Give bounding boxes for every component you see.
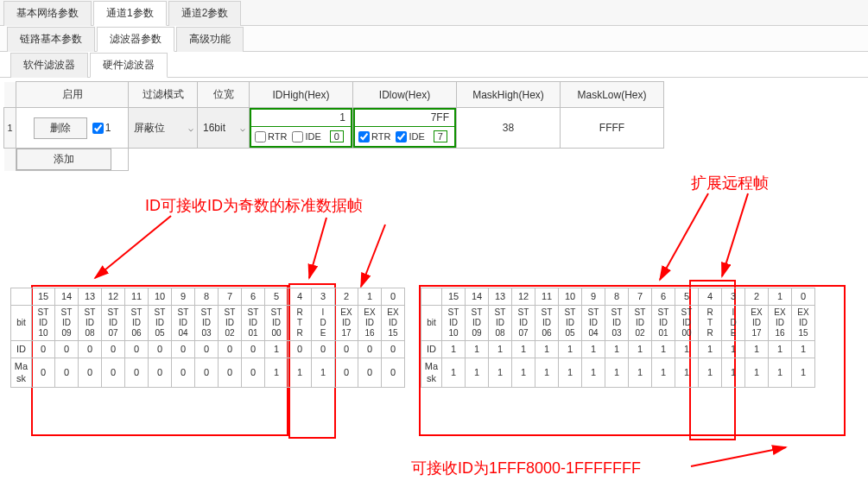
svg-line-4 — [722, 193, 748, 276]
bit-mask-value: 1 — [312, 358, 335, 387]
bit-number: 1 — [358, 288, 382, 306]
bit-mask-value: 1 — [582, 358, 605, 387]
bit-number: 6 — [652, 288, 675, 306]
bit-id-value: 0 — [172, 341, 195, 358]
bit-label: RTR — [699, 306, 722, 341]
tabs-inner: 软件滤波器 硬件滤波器 — [0, 52, 868, 78]
bit-id-value: 1 — [466, 341, 489, 358]
bit-number: 3 — [722, 288, 745, 306]
bit-number: 15 — [442, 288, 466, 306]
maskhigh-value[interactable]: 38 — [457, 108, 561, 149]
idlow-rtr-checkbox[interactable] — [358, 131, 370, 142]
bit-id-value: 1 — [535, 341, 559, 358]
bit-label: EXID16 — [358, 306, 382, 341]
bit-id-value: 0 — [382, 341, 405, 358]
bit-label: STID10 — [442, 306, 466, 341]
idhigh-ide-checkbox[interactable] — [292, 131, 303, 142]
bit-label: EXID17 — [335, 306, 358, 341]
bit-table-left: 1514131211109876543210bitSTID10STID09STI… — [10, 288, 405, 388]
tab-advanced[interactable]: 高级功能 — [176, 27, 244, 52]
bit-number: 0 — [792, 288, 815, 306]
bit-number: 2 — [745, 288, 769, 306]
bit-label: RTR — [288, 306, 312, 341]
bit-table-right: 1514131211109876543210bitSTID10STID09STI… — [421, 288, 815, 388]
rowlabel-bit: bit — [421, 306, 442, 341]
tab-channel2[interactable]: 通道2参数 — [168, 1, 242, 26]
col-maskhigh: MaskHigh(Hex) — [457, 82, 561, 108]
idhigh-mini[interactable]: 0 — [330, 130, 344, 142]
enable-checkbox-label: 1 — [105, 122, 111, 134]
bit-mask-value: 0 — [242, 358, 265, 387]
idlow-value[interactable]: 7FF — [355, 110, 454, 127]
bit-tables: 1514131211109876543210bitSTID10STID09STI… — [0, 288, 868, 388]
bit-id-value: 0 — [358, 341, 382, 358]
bit-mask-value: 0 — [102, 358, 125, 387]
bit-mask-value: 1 — [675, 358, 699, 387]
bit-id-value: 0 — [79, 341, 102, 358]
bit-mask-value: 0 — [172, 358, 195, 387]
bit-number: 14 — [55, 288, 79, 306]
idhigh-value[interactable]: 1 — [251, 110, 351, 127]
bit-label: STID09 — [55, 306, 79, 341]
bit-id-value: 1 — [559, 341, 582, 358]
tab-soft-filter[interactable]: 软件滤波器 — [10, 53, 88, 78]
bit-label: STID03 — [605, 306, 629, 341]
bit-id-value: 0 — [288, 341, 312, 358]
enable-checkbox[interactable] — [92, 123, 104, 134]
mode-value: 屏蔽位 — [134, 121, 165, 136]
bit-id-value: 1 — [605, 341, 629, 358]
idlow-ide-checkbox[interactable] — [396, 131, 407, 142]
bit-label: EXID17 — [745, 306, 769, 341]
add-button[interactable]: 添加 — [16, 149, 111, 170]
bit-label: STID06 — [535, 306, 559, 341]
tabs-mid: 链路基本参数 滤波器参数 高级功能 — [0, 26, 868, 52]
bit-number: 13 — [489, 288, 512, 306]
tab-link-basic[interactable]: 链路基本参数 — [7, 27, 95, 52]
tab-hard-filter[interactable]: 硬件滤波器 — [90, 53, 168, 78]
bit-number: 6 — [242, 288, 265, 306]
bit-id-value: 0 — [32, 341, 55, 358]
bit-mask-value: 1 — [769, 358, 792, 387]
masklow-value[interactable]: FFFF — [561, 108, 664, 149]
bit-id-value: 1 — [745, 341, 769, 358]
delete-button[interactable]: 删除 — [34, 117, 87, 139]
bit-label: EXID16 — [769, 306, 792, 341]
bit-label: STID04 — [582, 306, 605, 341]
mode-dropdown[interactable]: 屏蔽位 ⌵ — [129, 108, 197, 148]
width-dropdown[interactable]: 16bit ⌵ — [198, 108, 249, 148]
bit-label: STID03 — [195, 306, 219, 341]
bit-id-value: 1 — [489, 341, 512, 358]
bit-mask-value: 1 — [535, 358, 559, 387]
bit-label: STID02 — [219, 306, 242, 341]
bit-id-value: 1 — [442, 341, 466, 358]
bit-mask-value: 0 — [79, 358, 102, 387]
bit-label: IDE — [312, 306, 335, 341]
bit-mask-value: 1 — [288, 358, 312, 387]
bit-mask-value: 1 — [629, 358, 652, 387]
bit-mask-value: 1 — [652, 358, 675, 387]
filter-config-table: 启用 过滤模式 位宽 IDHigh(Hex) IDlow(Hex) MaskHi… — [3, 81, 664, 171]
bit-number: 13 — [79, 288, 102, 306]
rowlabel-bit: bit — [11, 306, 32, 341]
idhigh-rtr-checkbox[interactable] — [255, 131, 266, 142]
bit-label: STID05 — [149, 306, 172, 341]
bit-label: STID04 — [172, 306, 195, 341]
bit-label: EXID15 — [792, 306, 815, 341]
bit-number: 10 — [559, 288, 582, 306]
rowlabel-id: ID — [421, 341, 442, 358]
bit-label: STID02 — [629, 306, 652, 341]
bit-id-value: 0 — [219, 341, 242, 358]
bit-number: 4 — [288, 288, 312, 306]
col-mode: 过滤模式 — [129, 82, 198, 108]
bit-label: STID00 — [675, 306, 699, 341]
rowlabel-mask: Mask — [11, 358, 32, 387]
tab-channel1[interactable]: 通道1参数 — [93, 1, 167, 26]
tab-filter-params[interactable]: 滤波器参数 — [97, 27, 174, 52]
bit-id-value: 0 — [55, 341, 79, 358]
tab-basic-network[interactable]: 基本网络参数 — [3, 1, 92, 26]
svg-line-2 — [361, 225, 385, 287]
idlow-mini[interactable]: 7 — [434, 130, 447, 142]
bit-label: STID08 — [489, 306, 512, 341]
bit-mask-value: 1 — [792, 358, 815, 387]
bit-number: 5 — [675, 288, 699, 306]
